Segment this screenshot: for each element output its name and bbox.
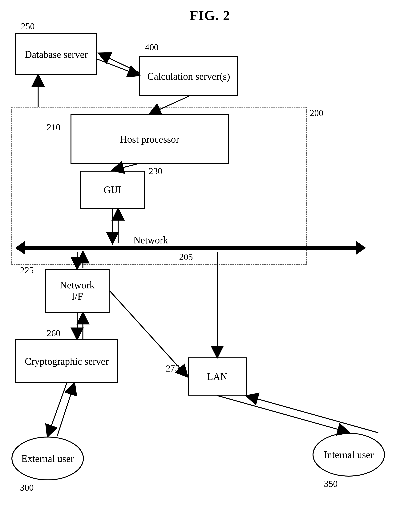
network-label: Network (133, 234, 168, 246)
label-225: 225 (20, 265, 34, 275)
label-400: 400 (145, 42, 159, 52)
svg-line-19 (247, 396, 378, 433)
label-260: 260 (47, 328, 60, 338)
label-250: 250 (21, 21, 35, 31)
label-230: 230 (149, 166, 162, 176)
svg-line-0 (99, 53, 139, 72)
gui-box: GUI (80, 171, 145, 209)
label-210: 210 (47, 122, 60, 132)
svg-line-16 (48, 383, 67, 436)
cryptographic-server-box: Cryptographic server (15, 339, 118, 383)
external-user-ellipse: External user (11, 437, 84, 480)
calculation-server-box: Calculation server(s) (139, 56, 238, 96)
label-300: 300 (20, 482, 34, 493)
label-200: 200 (310, 108, 323, 118)
label-350: 350 (324, 478, 338, 489)
host-processor-box: Host processor (71, 114, 229, 164)
label-275: 275 (166, 363, 179, 374)
svg-line-17 (57, 384, 74, 436)
network-if-box: NetworkI/F (45, 269, 110, 313)
lan-box: LAN (188, 357, 247, 395)
figure-title: FIG. 2 (190, 8, 230, 23)
svg-marker-9 (356, 241, 366, 254)
label-205: 205 (179, 252, 193, 262)
database-server-box: Database server (15, 33, 97, 75)
svg-line-18 (217, 395, 349, 432)
internal-user-ellipse: Internal user (313, 433, 385, 477)
network-if-label: NetworkI/F (60, 280, 94, 302)
svg-line-1 (97, 59, 139, 75)
